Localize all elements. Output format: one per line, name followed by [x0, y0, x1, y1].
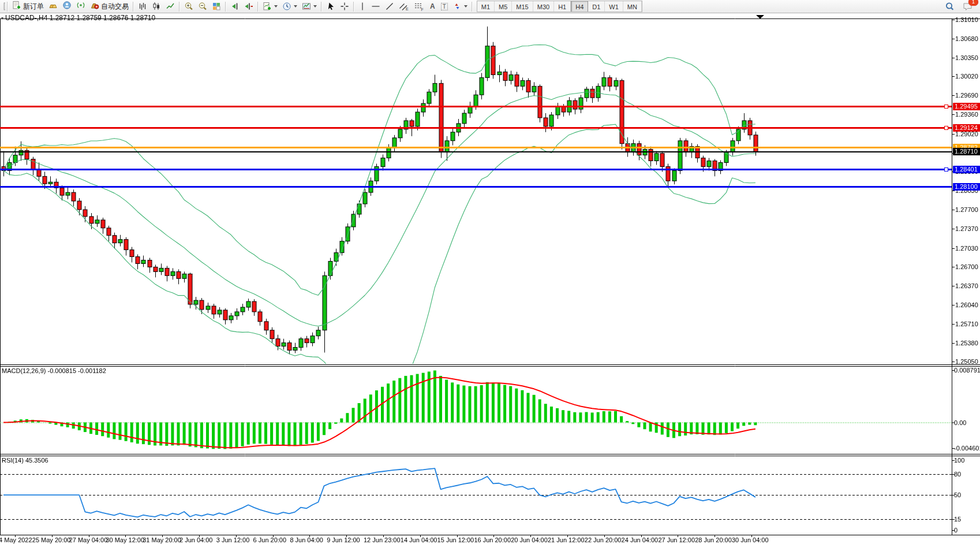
main-toolbar: 新订单 自动交易 E F A — [0, 0, 980, 13]
time-axis-label: 24 May 2022 — [0, 536, 32, 543]
crosshair-tool-button[interactable] — [338, 0, 351, 13]
trendline-tool[interactable] — [383, 0, 397, 13]
price-tick-label: 1.26040 — [955, 301, 978, 308]
clock-icon — [282, 2, 291, 11]
bar-chart-button[interactable] — [136, 0, 149, 13]
autotrading-label: 自动交易 — [101, 2, 129, 12]
text-label-tool[interactable]: T — [439, 0, 450, 13]
indicators-icon — [263, 2, 272, 11]
candlestick-chart-button[interactable] — [149, 0, 163, 13]
svg-text:E: E — [406, 7, 409, 11]
line-handle[interactable] — [944, 105, 948, 109]
trendline-icon — [385, 2, 394, 11]
chevron-down-icon — [274, 5, 278, 8]
zoom-in-button[interactable] — [182, 0, 196, 13]
timeframe-M5[interactable]: M5 — [495, 1, 512, 12]
new-order-icon — [12, 1, 21, 12]
rsi-tick-label: 0 — [954, 527, 957, 534]
price-level-badge: 1.29124 — [953, 124, 980, 132]
gold-market-icon — [48, 1, 58, 12]
vertical-line-icon — [358, 2, 366, 11]
timeframe-MN[interactable]: MN — [623, 1, 642, 12]
horizontal-line-tool[interactable] — [369, 0, 383, 13]
time-axis-label: 9 Jun 12:00 — [327, 536, 360, 543]
periods-button[interactable] — [280, 0, 300, 13]
price-level-line-1.29124[interactable] — [0, 127, 952, 129]
channel-tool[interactable]: E — [397, 0, 412, 13]
price-tick-label: 1.26700 — [955, 263, 978, 270]
chart-title-ohlc: USDCAD-,H4 1.28712 1.28759 1.28676 1.287… — [5, 14, 155, 22]
auto-scroll-button[interactable] — [228, 0, 242, 13]
price-level-line-1.29495[interactable] — [0, 106, 952, 107]
price-level-line-1.28100[interactable] — [0, 186, 952, 188]
chart-shift-icon — [244, 2, 253, 11]
separator — [257, 2, 259, 12]
time-axis-label: 15 Jun 12:00 — [437, 536, 474, 543]
price-tick-label: 1.29360 — [955, 111, 978, 118]
zoom-out-button[interactable] — [196, 0, 210, 13]
indicators-button[interactable] — [260, 0, 280, 13]
arrows-tool[interactable] — [450, 0, 470, 13]
price-level-line-1.28401[interactable] — [0, 169, 952, 170]
vertical-line-tool[interactable] — [356, 0, 369, 13]
price-level-line-1.28782[interactable] — [0, 147, 952, 148]
time-axis-label: 2 Jun 04:00 — [179, 536, 213, 543]
time-axis-label: 16 Jun 20:00 — [474, 536, 511, 543]
templates-button[interactable] — [300, 0, 319, 13]
zoom-in-icon — [184, 2, 193, 11]
separator — [225, 2, 226, 12]
notification-badge: 1 — [968, 0, 978, 6]
time-axis-label: 28 Jun 20:00 — [695, 536, 732, 543]
line-chart-button[interactable] — [163, 0, 177, 13]
text-tool-icon: A — [429, 2, 436, 10]
timeframe-W1[interactable]: W1 — [605, 1, 623, 12]
line-handle[interactable] — [944, 167, 948, 172]
equidistant-channel-icon: E — [399, 2, 409, 11]
new-order-label: 新订单 — [23, 2, 44, 12]
timeframe-M1[interactable]: M1 — [477, 1, 495, 12]
time-axis-label: 6 Jun 20:00 — [253, 536, 287, 543]
timeframe-D1[interactable]: D1 — [588, 1, 605, 12]
cursor-tool-button[interactable] — [324, 0, 338, 13]
time-axis-label: 30 Jun 04:00 — [732, 536, 769, 543]
text-tool[interactable]: A — [427, 0, 439, 13]
separator — [133, 2, 134, 12]
time-axis-label: 27 Jun 12:00 — [658, 536, 695, 543]
autotrading-button[interactable]: 自动交易 — [88, 0, 131, 13]
price-tick-label: 1.27030 — [955, 245, 978, 252]
search-button[interactable] — [942, 0, 957, 13]
price-level-line-1.28710[interactable] — [0, 151, 952, 152]
signals-button[interactable] — [74, 0, 88, 13]
price-tick-label: 1.31010 — [955, 16, 978, 23]
notifications-button[interactable]: 1 — [960, 0, 975, 13]
tile-windows-button[interactable] — [210, 0, 223, 13]
separator — [353, 2, 354, 12]
price-tick-label: 1.30350 — [955, 54, 978, 61]
tile-windows-icon — [212, 2, 221, 11]
price-tick-label: 1.26370 — [955, 282, 978, 289]
time-axis-label: 31 May 20:00 — [143, 536, 181, 543]
horizontal-line-icon — [371, 2, 380, 11]
rsi-tick-label: 15 — [954, 516, 961, 523]
price-tick-label: 1.27370 — [955, 225, 978, 232]
chart-canvas[interactable] — [0, 0, 980, 544]
text-label-icon: T — [441, 3, 448, 10]
community-button[interactable] — [60, 0, 74, 13]
chart-context-icon[interactable]: ▾ — [1, 16, 3, 21]
timeframe-M30[interactable]: M30 — [533, 1, 554, 12]
chart-shift-button[interactable] — [242, 0, 256, 13]
time-axis-label: 14 Jun 04:00 — [401, 536, 437, 543]
market-button[interactable] — [46, 0, 60, 13]
zoom-out-icon — [198, 2, 207, 11]
line-handle[interactable] — [944, 126, 948, 130]
timeframe-H4[interactable]: H4 — [571, 1, 588, 12]
new-order-button[interactable]: 新订单 — [10, 0, 46, 13]
rsi-indicator-label: RSI(14) 45.3506 — [2, 457, 48, 464]
timeframe-H1[interactable]: H1 — [554, 1, 571, 12]
cursor-icon — [326, 2, 335, 11]
timeframe-M15[interactable]: M15 — [512, 1, 533, 12]
price-tick-label: 1.25380 — [955, 340, 978, 346]
chevron-down-icon — [294, 5, 297, 8]
price-level-badge: 1.28710 — [953, 148, 980, 155]
fibonacci-tool[interactable]: F — [412, 0, 427, 13]
